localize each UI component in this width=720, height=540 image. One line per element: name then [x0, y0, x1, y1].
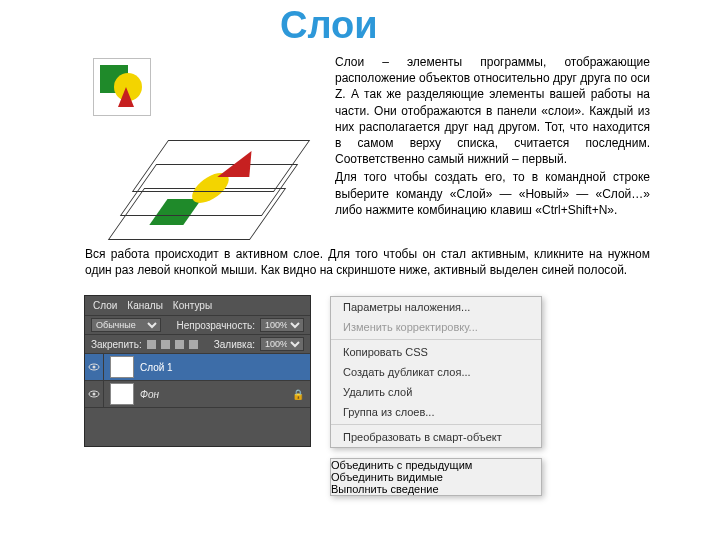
context-menu: Параметры наложения... Изменить корректи…: [330, 296, 542, 448]
separator: [331, 424, 541, 425]
ctx-merge-down[interactable]: Объединить с предыдущим: [331, 459, 541, 471]
fill-label: Заливка:: [214, 339, 255, 350]
tab-channels[interactable]: Каналы: [127, 300, 163, 311]
ctx-flatten[interactable]: Выполнить сведение: [331, 483, 541, 495]
layers-composite-icon: [93, 58, 151, 116]
ctx-delete-layer[interactable]: Удалить слой: [331, 382, 541, 402]
visibility-toggle-icon[interactable]: [85, 381, 104, 407]
intro-text: Слои – элементы программы, отображающие …: [335, 54, 650, 218]
ctx-group-from-layers[interactable]: Группа из слоев...: [331, 402, 541, 422]
layer-row-background[interactable]: Фон 🔒: [85, 381, 310, 408]
layer-thumbnail: [110, 356, 134, 378]
visibility-toggle-icon[interactable]: [85, 354, 104, 380]
blend-mode-select[interactable]: Обычные: [91, 318, 161, 332]
lock-label: Закрепить:: [91, 339, 142, 350]
tab-layers[interactable]: Слои: [93, 300, 117, 311]
svg-point-7: [93, 393, 96, 396]
page-title: Слои: [280, 6, 378, 44]
fill-select[interactable]: 100%: [260, 337, 304, 351]
layer-thumbnail: [110, 383, 134, 405]
intro-paragraph-2: Для того чтобы создать его, то в командн…: [335, 169, 650, 218]
opacity-select[interactable]: 100%: [260, 318, 304, 332]
lock-all-icon[interactable]: [189, 340, 198, 349]
layer-name: Фон: [140, 389, 159, 400]
ctx-blending-options[interactable]: Параметры наложения...: [331, 297, 541, 317]
ctx-convert-smart-object[interactable]: Преобразовать в смарт-объект: [331, 427, 541, 447]
lock-transparency-icon[interactable]: [147, 340, 156, 349]
intro-paragraph-1: Слои – элементы программы, отображающие …: [335, 54, 650, 167]
separator: [331, 339, 541, 340]
body-paragraph: Вся работа происходит в активном слое. Д…: [85, 246, 650, 278]
ctx-duplicate-layer[interactable]: Создать дубликат слоя...: [331, 362, 541, 382]
context-menu-merge: Объединить с предыдущим Объединить видим…: [330, 458, 542, 496]
svg-marker-3: [217, 151, 267, 177]
panel-tabs: Слои Каналы Контуры: [85, 296, 310, 316]
ctx-copy-css[interactable]: Копировать CSS: [331, 342, 541, 362]
layers-panel: Слои Каналы Контуры Обычные Непрозрачнос…: [85, 296, 310, 446]
opacity-label: Непрозрачность:: [176, 320, 255, 331]
ctx-edit-adjustment: Изменить корректировку...: [331, 317, 541, 337]
svg-point-5: [93, 366, 96, 369]
lock-icon: 🔒: [292, 389, 304, 400]
layer-stack-illustration: [110, 130, 320, 240]
layer-row-active[interactable]: Слой 1: [85, 354, 310, 381]
tab-paths[interactable]: Контуры: [173, 300, 212, 311]
layer-name: Слой 1: [140, 362, 173, 373]
lock-position-icon[interactable]: [175, 340, 184, 349]
lock-pixels-icon[interactable]: [161, 340, 170, 349]
ctx-merge-visible[interactable]: Объединить видимые: [331, 471, 541, 483]
